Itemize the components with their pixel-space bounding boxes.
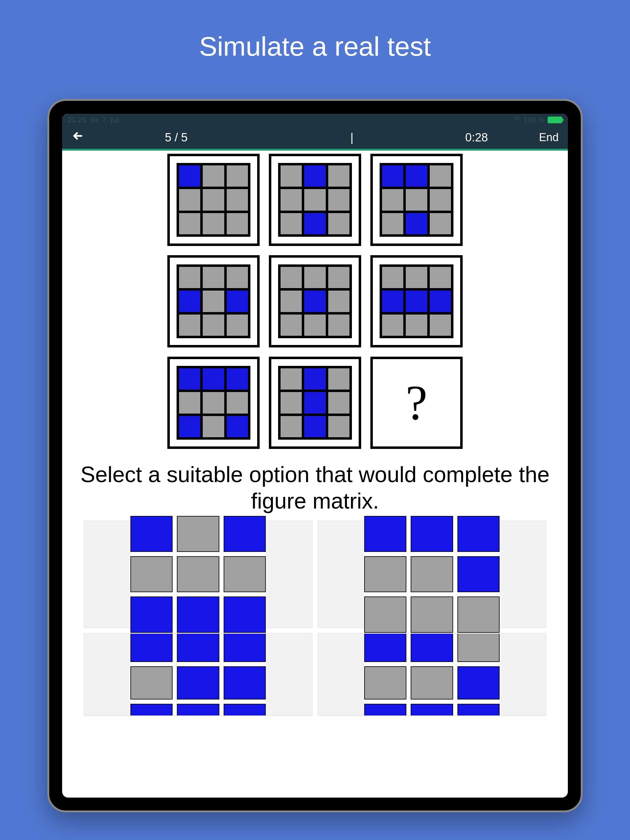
status-bar: 21.25 tir. 7. jul. 100 %	[62, 114, 568, 126]
status-date: tir. 7. jul.	[91, 115, 121, 124]
matrix-cell	[167, 154, 260, 246]
matrix-cell	[269, 357, 361, 449]
answer-options	[84, 521, 546, 716]
hero-title: Simulate a real test	[199, 31, 431, 62]
matrix-cell	[269, 154, 361, 246]
matrix-cell	[370, 154, 463, 246]
matrix-cell	[167, 255, 260, 347]
bar-separator: |	[290, 131, 414, 144]
instruction-text: Select a suitable option that would comp…	[62, 458, 568, 521]
matrix-cell	[167, 357, 260, 449]
matrix-cell	[370, 255, 463, 347]
answer-option[interactable]	[84, 633, 313, 716]
answer-option[interactable]	[317, 633, 546, 716]
matrix-cell	[269, 255, 361, 347]
question-progress: 5 / 5	[85, 131, 290, 144]
end-button[interactable]: End	[539, 131, 559, 144]
content-area: ? Select a suitable option that would co…	[62, 151, 568, 797]
matrix-question-cell: ?	[370, 357, 463, 449]
timer: 0:28	[414, 131, 539, 144]
status-time: 21.25	[68, 115, 86, 124]
battery-icon	[548, 117, 562, 123]
question-matrix: ?	[167, 154, 463, 449]
screen: 21.25 tir. 7. jul. 100 % 5 / 5 | 0:28 En…	[62, 114, 568, 797]
battery-percent: 100 %	[524, 115, 545, 124]
answer-option[interactable]	[317, 521, 546, 628]
answer-option[interactable]	[84, 521, 313, 628]
tablet-frame: 21.25 tir. 7. jul. 100 % 5 / 5 | 0:28 En…	[47, 99, 583, 812]
back-button[interactable]	[71, 128, 85, 146]
wifi-icon	[513, 115, 521, 125]
app-bar: 5 / 5 | 0:28 End	[62, 126, 568, 151]
